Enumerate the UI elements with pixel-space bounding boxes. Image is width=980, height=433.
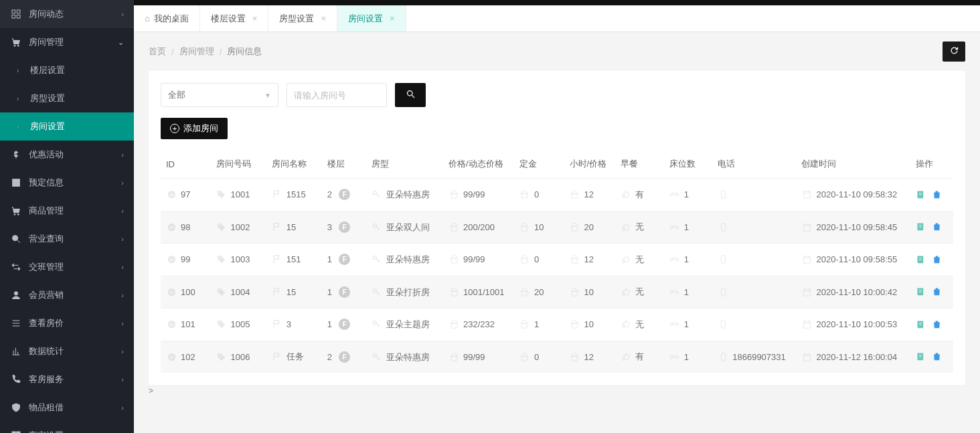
- money-icon: [570, 189, 580, 200]
- table-row: ID101100531F亚朵主题房232/232110无12020-11-10 …: [161, 309, 953, 341]
- tab[interactable]: 楼层设置×: [200, 5, 269, 31]
- bed-icon: [669, 254, 680, 265]
- svg-point-46: [374, 288, 377, 292]
- edit-button[interactable]: [916, 254, 926, 265]
- sidebar-item[interactable]: 客房服务›: [0, 365, 134, 394]
- delete-button[interactable]: [932, 222, 943, 232]
- money-icon: [448, 351, 459, 362]
- sidebar-item[interactable]: 会员营销›: [0, 281, 134, 309]
- room-number-input[interactable]: [294, 90, 380, 100]
- delete-button[interactable]: [932, 286, 943, 297]
- cell-price: 1001/1001: [463, 286, 504, 299]
- svg-point-30: [374, 224, 377, 227]
- search-button[interactable]: [395, 83, 426, 107]
- money-icon: [519, 222, 530, 232]
- refresh-button[interactable]: [943, 41, 965, 62]
- sidebar-item[interactable]: 商品管理›: [0, 197, 134, 225]
- sidebar-item-label: 客房服务: [29, 373, 64, 385]
- chevron-icon: ›: [121, 347, 124, 355]
- close-icon[interactable]: ×: [321, 13, 326, 23]
- sidebar-item[interactable]: 物品租借›: [0, 394, 134, 422]
- sidebar-item-label: 商品管理: [29, 205, 64, 217]
- close-icon[interactable]: ×: [390, 13, 395, 23]
- caret-down-icon: ▼: [264, 92, 271, 99]
- add-room-button[interactable]: + 添加房间: [161, 118, 228, 139]
- sidebar-item[interactable]: 夜审设置›: [0, 422, 134, 433]
- phone-icon: [718, 286, 728, 297]
- sidebar-item[interactable]: 房间管理⌄: [0, 28, 134, 56]
- edit-button[interactable]: [916, 286, 926, 297]
- svg-point-40: [723, 262, 724, 262]
- svg-point-45: [219, 289, 220, 290]
- edit-button[interactable]: [916, 222, 926, 232]
- topbar: [134, 0, 980, 5]
- svg-rect-25: [803, 191, 810, 198]
- sidebar-item[interactable]: 优惠活动›: [0, 141, 134, 169]
- sidebar-item[interactable]: 数据统计›: [0, 337, 134, 365]
- id-icon: ID: [166, 319, 177, 330]
- key-icon: [372, 319, 382, 330]
- svg-point-64: [723, 359, 724, 359]
- bed-icon: [669, 351, 680, 362]
- cell-floor: 3: [327, 222, 332, 232]
- svg-point-29: [219, 224, 220, 226]
- delete-button[interactable]: [932, 254, 943, 265]
- crumb-root[interactable]: 首页: [149, 46, 166, 58]
- delete-button[interactable]: [932, 351, 943, 362]
- chevron-icon: ›: [121, 263, 124, 271]
- col-beds: 床位数: [664, 150, 712, 179]
- cell-id: 99: [181, 254, 190, 264]
- floor-badge: F: [339, 351, 350, 363]
- svg-point-32: [723, 229, 724, 230]
- money-icon: [570, 222, 580, 232]
- menu-icon: [10, 234, 22, 244]
- search-icon: [406, 89, 416, 101]
- room-number-input-wrap: [287, 83, 387, 107]
- sidebar-item[interactable]: 预定信息›: [0, 169, 134, 197]
- delete-button[interactable]: [932, 319, 943, 330]
- thumb-icon: [621, 319, 631, 330]
- svg-point-11: [14, 292, 17, 295]
- cell-floor: 2: [327, 189, 332, 199]
- sidebar-item[interactable]: 查看房价›: [0, 309, 134, 337]
- cell-created: 2020-11-10 09:58:45: [816, 221, 897, 234]
- cell-type: 亚朵特惠房: [386, 188, 430, 201]
- sidebar-item[interactable]: ›房间设置: [0, 112, 134, 141]
- cell-room-number: 1005: [231, 319, 250, 329]
- cell-created: 2020-11-10 10:00:53: [816, 318, 897, 331]
- crumb-mid[interactable]: 房间管理: [179, 46, 214, 58]
- sidebar-item[interactable]: 房间动态›: [0, 0, 134, 28]
- cell-breakfast: 有: [635, 189, 644, 201]
- sidebar-item[interactable]: ›楼层设置: [0, 56, 134, 84]
- cell-hourly: 10: [584, 287, 594, 297]
- menu-icon: [10, 290, 22, 300]
- edit-button[interactable]: [916, 189, 926, 200]
- cell-breakfast: 无: [635, 254, 644, 266]
- cell-id: 101: [181, 319, 195, 329]
- cell-room-name: 15: [287, 287, 296, 297]
- sidebar-item[interactable]: ›房型设置: [0, 84, 134, 112]
- svg-line-18: [412, 95, 414, 98]
- cell-price: 99/99: [463, 188, 485, 201]
- floor-badge: F: [339, 319, 350, 330]
- delete-button[interactable]: [932, 189, 943, 200]
- svg-point-7: [14, 213, 15, 215]
- calendar-icon: [801, 222, 812, 232]
- floor-badge: F: [339, 254, 350, 265]
- cell-room-number: 1004: [231, 287, 250, 297]
- tab[interactable]: 房型设置×: [268, 5, 337, 31]
- sidebar-item-label: 优惠活动: [29, 149, 64, 161]
- menu-icon: [10, 262, 22, 272]
- sidebar-item[interactable]: 交班管理›: [0, 253, 134, 281]
- cell-deposit: 1: [534, 319, 539, 329]
- category-select[interactable]: 全部 ▼: [161, 83, 278, 107]
- edit-button[interactable]: [916, 319, 926, 330]
- close-icon[interactable]: ×: [252, 13, 258, 23]
- cell-breakfast: 无: [635, 221, 644, 233]
- id-icon: ID: [166, 254, 177, 265]
- cell-id: 97: [181, 189, 190, 199]
- edit-button[interactable]: [916, 351, 926, 362]
- sidebar-item[interactable]: 营业查询›: [0, 225, 134, 253]
- tab[interactable]: 房间设置×: [337, 5, 406, 31]
- tab[interactable]: ⌂我的桌面: [134, 5, 200, 31]
